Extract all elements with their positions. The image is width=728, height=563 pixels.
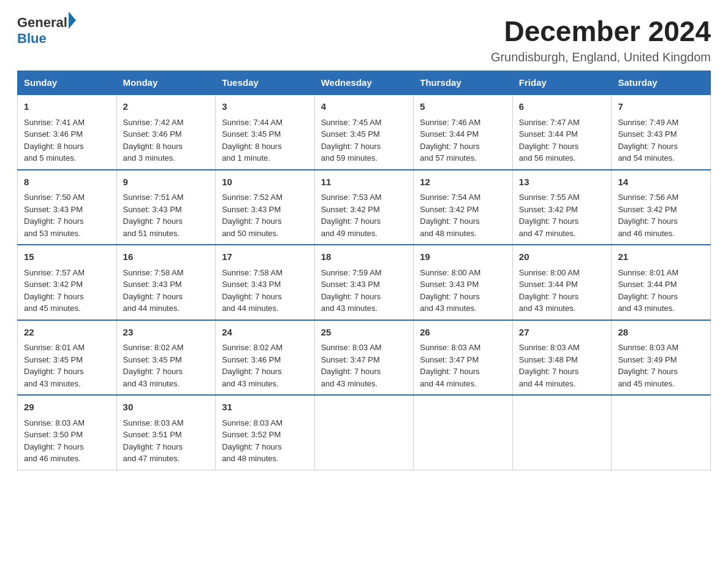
day-sunrise: Sunrise: 8:03 AM: [420, 343, 480, 352]
title-block: December 2024 Grundisburgh, England, Uni…: [491, 15, 711, 64]
day-number: 6: [519, 100, 605, 114]
page-header: General Blue December 2024 Grundisburgh,…: [17, 15, 711, 64]
day-sunrise: Sunrise: 8:00 AM: [519, 268, 580, 277]
day-daylight: Daylight: 7 hours: [24, 216, 84, 226]
day-daylight2: and 49 minutes.: [321, 229, 378, 238]
day-number: 3: [222, 100, 308, 114]
day-sunrise: Sunrise: 8:02 AM: [222, 343, 282, 352]
day-sunrise: Sunrise: 8:03 AM: [123, 418, 184, 427]
day-sunrise: Sunrise: 7:55 AM: [519, 193, 580, 202]
day-daylight2: and 54 minutes.: [618, 153, 675, 163]
day-daylight2: and 43 minutes.: [321, 304, 378, 313]
calendar-cell: 9Sunrise: 7:51 AMSunset: 3:43 PMDaylight…: [116, 170, 216, 245]
day-daylight2: and 44 minutes.: [123, 304, 180, 313]
calendar-cell: 27Sunrise: 8:03 AMSunset: 3:48 PMDayligh…: [512, 320, 612, 396]
day-number: 2: [123, 100, 210, 114]
day-sunrise: Sunrise: 7:59 AM: [321, 268, 382, 277]
day-sunrise: Sunrise: 7:57 AM: [24, 268, 85, 277]
calendar-header-row: SundayMondayTuesdayWednesdayThursdayFrid…: [18, 71, 711, 95]
day-number: 24: [222, 326, 308, 340]
day-sunset: Sunset: 3:43 PM: [222, 280, 281, 289]
day-number: 12: [420, 175, 506, 190]
day-daylight2: and 51 minutes.: [123, 229, 180, 238]
day-daylight: Daylight: 7 hours: [321, 292, 381, 301]
calendar-cell: 28Sunrise: 8:03 AMSunset: 3:49 PMDayligh…: [612, 320, 711, 396]
day-daylight: Daylight: 7 hours: [420, 292, 480, 301]
day-sunset: Sunset: 3:43 PM: [321, 280, 380, 289]
day-sunset: Sunset: 3:45 PM: [321, 129, 380, 139]
day-daylight: Daylight: 7 hours: [24, 367, 84, 376]
day-sunrise: Sunrise: 8:03 AM: [24, 418, 85, 427]
day-number: 28: [618, 326, 704, 340]
day-daylight: Daylight: 7 hours: [519, 216, 579, 226]
day-daylight2: and 43 minutes.: [24, 379, 81, 388]
calendar-cell: 24Sunrise: 8:02 AMSunset: 3:46 PMDayligh…: [216, 320, 315, 396]
day-sunset: Sunset: 3:49 PM: [618, 355, 677, 364]
day-sunset: Sunset: 3:44 PM: [519, 280, 578, 289]
calendar-cell: 31Sunrise: 8:03 AMSunset: 3:52 PMDayligh…: [216, 395, 315, 470]
day-sunrise: Sunrise: 8:01 AM: [618, 268, 678, 277]
header-thursday: Thursday: [414, 71, 513, 95]
day-sunset: Sunset: 3:51 PM: [123, 430, 182, 439]
day-sunrise: Sunrise: 7:56 AM: [618, 193, 678, 202]
day-sunset: Sunset: 3:43 PM: [222, 205, 281, 214]
day-daylight2: and 43 minutes.: [618, 304, 675, 313]
day-sunset: Sunset: 3:45 PM: [222, 129, 281, 139]
header-friday: Friday: [512, 71, 612, 95]
day-number: 26: [420, 326, 506, 340]
day-daylight: Daylight: 7 hours: [123, 216, 183, 226]
day-daylight: Daylight: 7 hours: [123, 442, 183, 451]
day-daylight: Daylight: 7 hours: [618, 142, 678, 151]
day-daylight2: and 3 minutes.: [123, 153, 175, 163]
calendar-row-2: 8Sunrise: 7:50 AMSunset: 3:43 PMDaylight…: [18, 170, 711, 245]
day-sunrise: Sunrise: 7:51 AM: [123, 193, 184, 202]
calendar-cell: 26Sunrise: 8:03 AMSunset: 3:47 PMDayligh…: [414, 320, 513, 396]
day-sunset: Sunset: 3:43 PM: [24, 205, 83, 214]
calendar-cell: 8Sunrise: 7:50 AMSunset: 3:43 PMDaylight…: [18, 170, 117, 245]
day-number: 29: [24, 400, 110, 415]
day-number: 21: [618, 250, 704, 264]
day-sunset: Sunset: 3:46 PM: [222, 355, 281, 364]
day-sunrise: Sunrise: 7:46 AM: [420, 118, 480, 127]
day-number: 25: [321, 326, 408, 340]
day-sunset: Sunset: 3:42 PM: [420, 205, 479, 214]
calendar-cell: 15Sunrise: 7:57 AMSunset: 3:42 PMDayligh…: [18, 245, 117, 320]
calendar-cell: 25Sunrise: 8:03 AMSunset: 3:47 PMDayligh…: [314, 320, 414, 396]
calendar-row-1: 1Sunrise: 7:41 AMSunset: 3:46 PMDaylight…: [18, 94, 711, 170]
day-sunset: Sunset: 3:50 PM: [24, 430, 83, 439]
day-daylight: Daylight: 8 hours: [123, 142, 183, 151]
calendar-cell: 4Sunrise: 7:45 AMSunset: 3:45 PMDaylight…: [314, 94, 414, 170]
calendar-cell: 1Sunrise: 7:41 AMSunset: 3:46 PMDaylight…: [18, 94, 117, 170]
day-number: 17: [222, 250, 308, 264]
day-sunset: Sunset: 3:43 PM: [420, 280, 479, 289]
day-daylight: Daylight: 8 hours: [222, 142, 282, 151]
header-saturday: Saturday: [612, 71, 711, 95]
day-number: 10: [222, 175, 308, 190]
day-sunset: Sunset: 3:43 PM: [123, 280, 182, 289]
calendar-subtitle: Grundisburgh, England, United Kingdom: [491, 50, 711, 64]
calendar-cell: 30Sunrise: 8:03 AMSunset: 3:51 PMDayligh…: [116, 395, 216, 470]
calendar-cell: [414, 395, 513, 470]
calendar-cell: 23Sunrise: 8:02 AMSunset: 3:45 PMDayligh…: [116, 320, 216, 396]
day-daylight2: and 45 minutes.: [618, 379, 675, 388]
day-number: 16: [123, 250, 210, 264]
day-sunrise: Sunrise: 7:52 AM: [222, 193, 282, 202]
day-sunrise: Sunrise: 8:00 AM: [420, 268, 480, 277]
header-sunday: Sunday: [18, 71, 117, 95]
day-sunrise: Sunrise: 7:42 AM: [123, 118, 184, 127]
day-sunrise: Sunrise: 7:44 AM: [222, 118, 282, 127]
logo-blue-text: Blue: [17, 31, 47, 47]
day-sunset: Sunset: 3:52 PM: [222, 430, 281, 439]
day-daylight: Daylight: 7 hours: [618, 292, 678, 301]
day-sunrise: Sunrise: 8:02 AM: [123, 343, 184, 352]
calendar-cell: 10Sunrise: 7:52 AMSunset: 3:43 PMDayligh…: [216, 170, 315, 245]
day-sunset: Sunset: 3:47 PM: [321, 355, 380, 364]
day-sunset: Sunset: 3:43 PM: [618, 129, 677, 139]
day-daylight2: and 47 minutes.: [123, 454, 180, 463]
day-sunrise: Sunrise: 7:50 AM: [24, 193, 85, 202]
calendar-cell: 11Sunrise: 7:53 AMSunset: 3:42 PMDayligh…: [314, 170, 414, 245]
calendar-cell: 13Sunrise: 7:55 AMSunset: 3:42 PMDayligh…: [512, 170, 612, 245]
calendar-cell: 3Sunrise: 7:44 AMSunset: 3:45 PMDaylight…: [216, 94, 315, 170]
header-wednesday: Wednesday: [314, 71, 414, 95]
day-sunrise: Sunrise: 7:54 AM: [420, 193, 480, 202]
